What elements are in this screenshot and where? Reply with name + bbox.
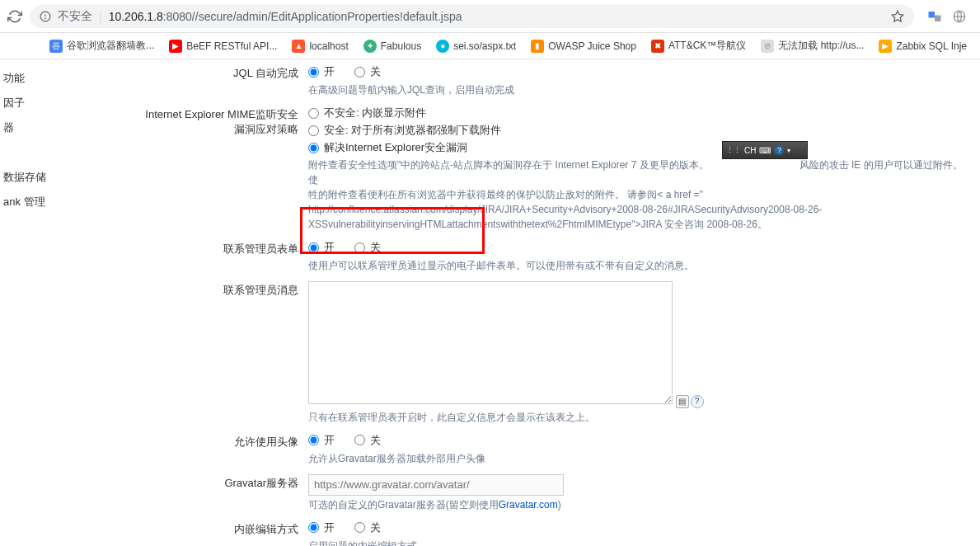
bookmark-item[interactable]: ▶Zabbix SQL Inje: [879, 40, 967, 53]
sidebar-item[interactable]: 功能: [0, 66, 45, 91]
sidebar: 功能 因子 器 数据存储 ank 管理: [0, 59, 45, 546]
contact-form-label: 联系管理员表单: [143, 240, 308, 273]
bookmarks-bar: 谷谷歌浏览器翻墙教... ▶BeEF RESTful API... ▲local…: [0, 33, 980, 59]
avatar-label: 允许使用头像: [143, 433, 308, 466]
iemime-opt1[interactable]: 不安全: 内嵌显示附件: [308, 106, 964, 120]
inline-edit-off[interactable]: 关: [354, 520, 381, 535]
sidebar-item[interactable]: 器: [0, 115, 45, 140]
contact-msg-help: 只有在联系管理员表开启时，此自定义信息才会显示在该表之上。: [308, 410, 964, 425]
gravatar-link[interactable]: Gravatar.com: [499, 499, 558, 511]
main-form: JQL 自动完成 开 关 在高级问题导航内输入JQL查询，启用自动完成 Inte…: [45, 59, 980, 546]
svg-rect-4: [929, 12, 935, 18]
url-text: 10.206.1.8:8080//secure/admin/EditApplic…: [109, 10, 462, 23]
jql-label: JQL 自动完成: [143, 64, 308, 97]
iemime-opt2[interactable]: 安全: 对于所有浏览器都强制下载附件: [308, 123, 964, 138]
svg-point-2: [45, 18, 46, 19]
inline-edit-on[interactable]: 开: [308, 520, 335, 535]
iemime-help: 附件查看安全性选项"中的跨站点-站点脚本的漏洞存在于 Internet Expl…: [308, 158, 964, 232]
reload-icon[interactable]: [7, 8, 23, 25]
avatar-off[interactable]: 关: [354, 433, 381, 448]
browser-right-icons: [921, 9, 973, 24]
contact-msg-textarea[interactable]: [308, 281, 673, 404]
gravatar-help: 可选的自定义的Gravatar服务器(留空则使用Gravatar.com): [308, 497, 964, 512]
gravatar-label: Gravatar服务器: [143, 474, 308, 512]
svg-rect-5: [935, 15, 941, 21]
address-bar[interactable]: 不安全 | 10.206.1.8:8080//secure/admin/Edit…: [30, 5, 914, 28]
inline-edit-help: 启用问题的内嵌编辑方式: [308, 539, 964, 547]
ime-help-icon[interactable]: ?: [774, 145, 784, 155]
iemime-opt3[interactable]: 解决Internet Explorer安全漏洞: [308, 140, 964, 155]
bookmark-item[interactable]: ⊘无法加载 http://us...: [761, 39, 864, 53]
bookmark-item[interactable]: ▲localhost: [292, 40, 348, 53]
contact-form-off[interactable]: 关: [354, 240, 381, 255]
svg-marker-3: [892, 11, 903, 21]
keyboard-icon[interactable]: ⌨: [759, 146, 771, 155]
inline-edit-label: 内嵌编辑方式: [143, 520, 308, 547]
contact-form-on[interactable]: 开: [308, 240, 335, 255]
bookmark-item[interactable]: ●sei.so/aspx.txt: [436, 40, 516, 53]
globe-icon[interactable]: [952, 9, 967, 24]
insecure-label: 不安全: [58, 9, 92, 24]
sidebar-item[interactable]: ank 管理: [0, 190, 45, 214]
wiki-toolbar: ▤ ?: [676, 395, 704, 408]
jql-off[interactable]: 关: [354, 64, 381, 79]
bookmark-item[interactable]: 谷谷歌浏览器翻墙教...: [49, 39, 154, 53]
wiki-render-icon[interactable]: ▤: [676, 395, 689, 408]
gravatar-input[interactable]: [308, 474, 564, 496]
bookmark-item[interactable]: ▮OWASP Juice Shop: [531, 40, 636, 53]
star-icon[interactable]: [891, 10, 904, 23]
translate-icon[interactable]: [927, 9, 942, 24]
bookmark-item[interactable]: ✖ATT&CK™导航仪: [651, 39, 746, 53]
contact-form-help: 使用户可以联系管理员通过显示的电子邮件表单。可以使用带有或不带有自定义的消息。: [308, 258, 964, 273]
ime-bar[interactable]: ⋮⋮ CH ⌨ ? ▾: [722, 141, 808, 159]
sidebar-item[interactable]: 因子: [0, 91, 45, 115]
bookmark-item[interactable]: ▶BeEF RESTful API...: [169, 40, 277, 53]
sidebar-item[interactable]: 数据存储: [0, 165, 45, 190]
wiki-help-icon[interactable]: ?: [691, 395, 704, 408]
bookmark-item[interactable]: ✦Fabulous: [363, 40, 421, 53]
contact-msg-label: 联系管理员消息: [143, 281, 308, 425]
ime-dropdown-icon[interactable]: ▾: [787, 147, 790, 154]
jql-help: 在高级问题导航内输入JQL查询，启用自动完成: [308, 82, 964, 97]
avatar-on[interactable]: 开: [308, 433, 335, 448]
jql-on[interactable]: 开: [308, 64, 335, 79]
info-icon: [40, 11, 51, 22]
ime-lang: CH: [744, 146, 756, 155]
iemime-label: Internet Explorer MIME监听安全漏洞应对策略: [143, 106, 308, 232]
avatar-help: 允许从Gravatar服务器加载外部用户头像: [308, 451, 964, 466]
browser-toolbar: 不安全 | 10.206.1.8:8080//secure/admin/Edit…: [0, 0, 980, 33]
